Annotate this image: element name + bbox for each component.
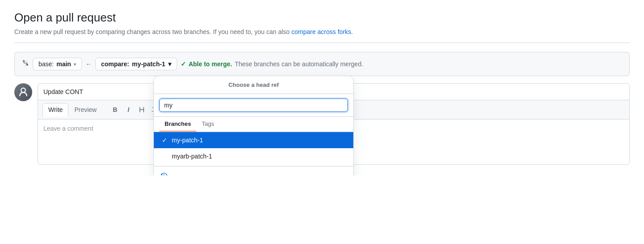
base-branch-name: main [56, 60, 71, 68]
compare-icon [22, 60, 29, 69]
heading-button[interactable] [136, 103, 148, 116]
section-divider [14, 43, 630, 43]
avatar-image [14, 83, 32, 101]
compare-label: compare: [101, 60, 129, 68]
recent-search-item[interactable]: my [154, 168, 353, 176]
compare-branch-button[interactable]: compare: my-patch-1 ▾ [95, 58, 177, 70]
page-title: Open a pull request [14, 11, 630, 25]
base-caret-icon: ▾ [74, 62, 76, 67]
compare-caret-icon: ▾ [168, 60, 171, 68]
user-avatar [14, 83, 32, 101]
compare-forks-link[interactable]: compare across forks. [291, 28, 353, 35]
dropdown-tabs: Branches Tags [154, 117, 353, 132]
history-icon [161, 173, 167, 176]
branch-dropdown: Choose a head ref Branches Tags ✓ my-pat… [153, 76, 354, 176]
branch-list: ✓ my-patch-1 myarb-patch-1 my [154, 132, 353, 176]
pr-body-placeholder: Leave a comment [43, 125, 93, 132]
base-branch-button[interactable]: base: main ▾ [33, 58, 82, 70]
selected-check-icon: ✓ [161, 137, 168, 144]
dropdown-search-area [154, 94, 353, 117]
page-subtitle: Create a new pull request by comparing c… [14, 28, 630, 35]
branch-arrow-icon: ← [85, 60, 92, 68]
branch-bar: base: main ▾ ← compare: my-patch-1 ▾ ✓ A… [14, 52, 630, 76]
branch-name-my-patch-1: my-patch-1 [172, 137, 203, 144]
branch-name-myarb-patch-1: myarb-patch-1 [172, 153, 212, 160]
tab-tags[interactable]: Tags [196, 117, 219, 132]
branch-search-input[interactable] [159, 98, 348, 112]
pr-editor-tabs: Write Preview [42, 103, 102, 116]
recent-search-label: my [171, 173, 179, 176]
dropdown-list-divider [154, 166, 353, 167]
merge-status: ✓ Able to merge. These branches can be a… [181, 60, 363, 68]
branch-item-myarb-patch-1[interactable]: myarb-patch-1 [154, 148, 353, 164]
compare-branch-name: my-patch-1 [132, 60, 165, 68]
base-label: base: [38, 60, 54, 68]
merge-check-icon: ✓ [181, 60, 186, 68]
italic-button[interactable]: I [122, 103, 135, 116]
bold-button[interactable]: B [109, 103, 121, 116]
merge-status-message: These branches can be automatically merg… [235, 60, 363, 68]
tab-preview[interactable]: Preview [68, 103, 102, 116]
branch-item-my-patch-1[interactable]: ✓ my-patch-1 [154, 132, 353, 148]
tab-branches[interactable]: Branches [159, 117, 196, 132]
dropdown-header: Choose a head ref [154, 76, 353, 94]
merge-status-label: Able to merge. [189, 60, 232, 68]
tab-write[interactable]: Write [42, 103, 68, 117]
